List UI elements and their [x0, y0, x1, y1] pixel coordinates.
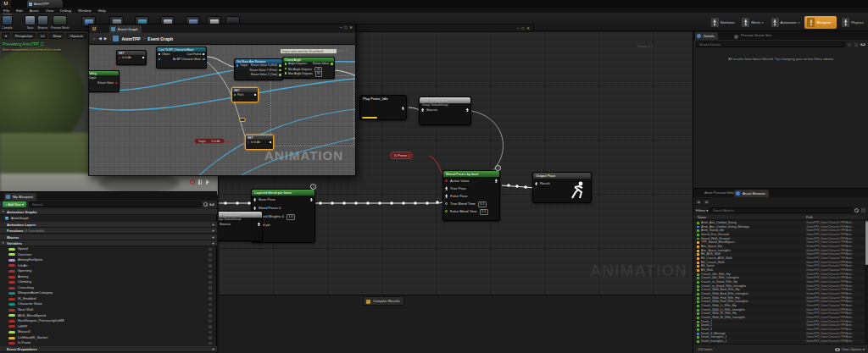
add-icon[interactable]: +: [212, 346, 214, 352]
visibility-eye-icon[interactable]: [209, 270, 212, 273]
node-blend-poses-by-bool[interactable]: Blend Poses by bool Active Value True Po…: [442, 170, 500, 221]
node-slot-defaultslot[interactable]: Slot 'DefaultSlot' Group 'DefaultGroup' …: [419, 97, 471, 125]
scrollbar-thumb[interactable]: [865, 221, 868, 265]
node-cast-to-bp-characterbase[interactable]: Cast To BP_CharacterBase Object Cast Fai…: [156, 47, 207, 69]
bool-input-pin[interactable]: [248, 141, 250, 144]
node-set-isinair[interactable]: SET Is In Air: [116, 50, 147, 65]
tab-details[interactable]: Details: [695, 32, 718, 40]
add-new-button[interactable]: + Add New ▾: [2, 201, 27, 208]
visibility-eye-icon[interactable]: [209, 297, 212, 301]
visibility-eye-icon[interactable]: [209, 259, 212, 262]
filters-dropdown[interactable]: Filters ▾: [696, 208, 708, 212]
pose-output-pin[interactable]: [258, 223, 260, 226]
record-icon[interactable]: [190, 179, 195, 185]
object-input-pin[interactable]: [159, 58, 161, 61]
true-blend-time-value[interactable]: 0.1: [478, 201, 487, 207]
viewport-toolbar-button[interactable]: Characte: [66, 33, 86, 39]
menu-item[interactable]: View: [42, 8, 57, 13]
minimize-icon[interactable]: –: [517, 26, 520, 30]
pose-input-pin[interactable]: [253, 207, 256, 210]
menu-item[interactable]: Help: [95, 8, 109, 13]
node-set-isinair-2[interactable]: SET Is In Air: [245, 135, 274, 150]
document-tab-animtpp[interactable]: AnimTPP: [27, 0, 63, 8]
pose-input-pin[interactable]: [421, 108, 424, 112]
visibility-eye-icon[interactable]: [209, 292, 212, 295]
visibility-eye-icon[interactable]: [209, 342, 212, 345]
tab-preview-scene-settings[interactable]: Preview Scene Set...: [734, 33, 774, 37]
mode-button[interactable]: Physics: [839, 16, 866, 29]
pose-input-pin[interactable]: [445, 194, 448, 197]
event-graph-titlebar[interactable]: U Event Graph – □ ✕: [89, 25, 355, 33]
viewport-toolbar-button[interactable]: ▾: [2, 33, 10, 39]
variable-row[interactable]: Is Prone: [0, 340, 217, 346]
exec-output-pin[interactable]: [254, 94, 257, 97]
menu-item[interactable]: Debug: [57, 8, 75, 13]
node-get-base-aim-rotation[interactable]: Get Base Aim Rotation Target Return Valu…: [234, 58, 283, 80]
close-icon[interactable]: ✕: [526, 26, 530, 30]
pose-watch-icon[interactable]: f: [495, 165, 501, 171]
pose-watch-icon[interactable]: f: [310, 184, 316, 190]
history-forward-button[interactable]: ▶: [704, 199, 710, 205]
view-options-eye-icon[interactable]: [209, 202, 215, 207]
float-output-pin[interactable]: [279, 64, 281, 67]
save-search-icon[interactable]: [860, 207, 866, 213]
viewport-toolbar-button[interactable]: Show: [49, 33, 64, 39]
blueprint-search-input[interactable]: [29, 201, 202, 207]
event-graph-window[interactable]: U Event Graph – □ ✕ ☆ ◀ ▶ | AnimTPP > Ev…: [88, 24, 356, 176]
tab-my-blueprint[interactable]: My Blueprint: [4, 193, 36, 201]
float-input-pin[interactable]: [285, 63, 287, 65]
pose-output-pin[interactable]: [495, 179, 498, 182]
object-output-pin[interactable]: [203, 58, 205, 61]
node-play-prone-idle[interactable]: Play Prone_Idle: [359, 95, 407, 120]
visibility-eye-icon[interactable]: [209, 286, 212, 290]
section-macros[interactable]: Macros +: [0, 234, 217, 240]
grid-icon[interactable]: [854, 42, 859, 47]
asset-list-scrollbar[interactable]: [865, 221, 868, 344]
compile-button[interactable]: Compile: [2, 15, 13, 30]
menu-item[interactable]: File: [0, 8, 13, 13]
node-comment-bubble[interactable]: Degree values were like -90 and flip 90: [281, 49, 337, 53]
node-isinair-getter[interactable]: Target Is In Air: [194, 138, 225, 144]
exec-output-pin[interactable]: [270, 141, 272, 144]
breadcrumb-root[interactable]: AnimTPP: [121, 36, 140, 41]
float-input-pin[interactable]: [285, 72, 287, 74]
asset-search-input[interactable]: [709, 207, 853, 213]
event-graph-canvas[interactable]: Zoom -5 ANIMATION Is Falling Target: [89, 45, 355, 175]
section-event-dispatchers[interactable]: Event Dispatchers +: [0, 346, 217, 352]
pose-input-pin[interactable]: [253, 198, 256, 201]
maximize-icon[interactable]: □: [522, 26, 525, 30]
false-blend-time-value[interactable]: 0.1: [480, 209, 488, 215]
node-slot-defaultslot-2[interactable]: Slot 'DefaultSlot' Group 'DefaultGroup' …: [219, 211, 263, 241]
add-icon[interactable]: +: [212, 222, 214, 228]
visibility-eye-icon[interactable]: [209, 281, 212, 284]
target-input-pin[interactable]: [236, 64, 239, 67]
view-options-button[interactable]: View Options ▾: [835, 345, 865, 353]
close-icon[interactable]: ✕: [349, 25, 353, 30]
details-search-input[interactable]: [696, 41, 845, 47]
bookmark-star-icon[interactable]: ☆: [92, 36, 96, 41]
bool-output-pin[interactable]: [408, 154, 410, 157]
node-output-pose[interactable]: Output Pose Result: [532, 172, 592, 203]
nav-forward-icon[interactable]: ▶: [104, 36, 108, 41]
float-output-pin[interactable]: [331, 63, 333, 65]
section-variables[interactable]: ▼ Variables +: [0, 240, 217, 246]
visibility-eye-icon[interactable]: [209, 314, 212, 317]
add-icon[interactable]: +: [212, 234, 214, 240]
mode-button[interactable]: Mesh ▾: [739, 16, 765, 29]
float-input-pin[interactable]: [445, 210, 448, 212]
viewport-toolbar-button[interactable]: Lit: [37, 33, 47, 39]
float-input-pin[interactable]: [445, 202, 448, 205]
nav-back-icon[interactable]: ◀: [98, 36, 102, 41]
column-header-name[interactable]: Name: [698, 215, 706, 220]
menu-item[interactable]: Window: [75, 8, 95, 13]
blend-weight-value[interactable]: 1.0: [287, 214, 295, 220]
mode-button[interactable]: Skeleton: [709, 16, 737, 29]
visibility-eye-icon[interactable]: [209, 325, 212, 328]
float-output-pin[interactable]: [279, 74, 281, 76]
menu-item[interactable]: Asset: [26, 8, 42, 13]
pause-icon[interactable]: [198, 179, 203, 185]
bool-output-pin[interactable]: [115, 82, 118, 85]
add-icon[interactable]: +: [212, 240, 214, 246]
bool-input-pin[interactable]: [119, 57, 121, 59]
browse-button[interactable]: Browse: [37, 15, 48, 30]
